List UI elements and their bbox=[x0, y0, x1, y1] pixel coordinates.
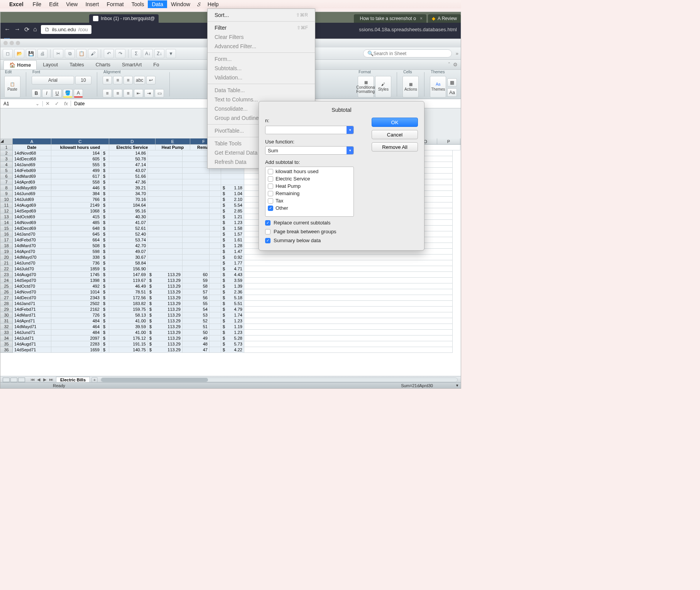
menu-file[interactable]: File bbox=[29, 0, 46, 8]
menu-item[interactable]: Advanced Filter... bbox=[208, 42, 315, 51]
ribbon-tab-charts[interactable]: Charts bbox=[90, 60, 116, 69]
function-select[interactable]: Sum▾ bbox=[265, 146, 354, 155]
col-header[interactable]: D bbox=[109, 138, 156, 144]
col-header[interactable]: E bbox=[156, 138, 190, 144]
wrap-text-icon[interactable]: ↩ bbox=[146, 76, 156, 84]
format-painter-icon[interactable]: 🖌 bbox=[88, 49, 98, 58]
menu-item[interactable]: Filter⇧⌘F bbox=[208, 23, 315, 32]
indent-dec-icon[interactable]: ⇤ bbox=[134, 89, 143, 98]
align-top-icon[interactable]: ≡ bbox=[103, 76, 112, 84]
option-checkbox[interactable]: Page break between groups bbox=[265, 229, 361, 234]
menu-item[interactable]: Subtotals... bbox=[208, 64, 315, 73]
open-icon[interactable]: 📂 bbox=[14, 49, 24, 58]
align-left-icon[interactable]: ≡ bbox=[103, 89, 112, 98]
menu-format[interactable]: Format bbox=[103, 0, 127, 8]
paste-icon[interactable]: 📋 bbox=[76, 49, 86, 58]
menu-item[interactable]: Validation... bbox=[208, 73, 315, 82]
option-checkbox[interactable]: ✓Summary below data bbox=[265, 238, 361, 243]
checklist-item[interactable]: Heat Pump bbox=[266, 182, 353, 190]
menu-item[interactable]: Clear Filters bbox=[208, 32, 315, 42]
checklist-item[interactable]: Remaining bbox=[266, 190, 353, 197]
font-color-button[interactable]: A bbox=[74, 89, 83, 98]
gear-icon[interactable]: ⚙ bbox=[453, 62, 458, 67]
underline-button[interactable]: U bbox=[52, 89, 62, 98]
window-controls[interactable] bbox=[3, 40, 22, 46]
col-header[interactable]: A bbox=[13, 138, 51, 144]
bold-button[interactable]: B bbox=[32, 89, 41, 98]
font-size-select[interactable]: 10 bbox=[75, 76, 91, 84]
name-box[interactable]: A1⌄ bbox=[0, 101, 43, 106]
add-sheet-button[interactable]: + bbox=[91, 377, 98, 383]
first-sheet-icon[interactable]: ⏮ bbox=[30, 377, 35, 382]
next-sheet-icon[interactable]: ▶ bbox=[42, 377, 47, 382]
checklist-item[interactable]: Tax bbox=[266, 197, 353, 204]
browser-tab[interactable]: ◆A Review bbox=[428, 14, 461, 23]
autosum-icon[interactable]: Σ bbox=[131, 49, 141, 58]
theme-colors-icon[interactable]: ▦ bbox=[447, 78, 457, 87]
merge-icon[interactable]: ▭ bbox=[155, 89, 164, 98]
menu-item[interactable]: Form... bbox=[208, 54, 315, 64]
collapse-icon[interactable]: ˆ bbox=[448, 62, 450, 67]
actions-button[interactable]: ▦Actions bbox=[402, 76, 419, 98]
sort-desc-icon[interactable]: Z↓ bbox=[154, 49, 164, 58]
subtotal-checklist[interactable]: kilowatt hours usedElectric ServiceHeat … bbox=[265, 167, 354, 217]
pagebreak-view-icon[interactable] bbox=[18, 378, 25, 382]
sheet-tab[interactable]: Electric Bills bbox=[56, 377, 90, 383]
last-sheet-icon[interactable]: ⏭ bbox=[48, 377, 54, 382]
at-select[interactable]: ▾ bbox=[265, 126, 354, 134]
checklist-item[interactable]: Electric Service bbox=[266, 175, 353, 182]
search-input[interactable]: 🔍 bbox=[363, 49, 452, 57]
option-checkbox[interactable]: ✓Replace current subtotals bbox=[265, 220, 361, 226]
fill-color-button[interactable]: 🪣 bbox=[63, 89, 73, 98]
fx-icon[interactable]: fx bbox=[61, 101, 71, 106]
new-icon[interactable]: ◻ bbox=[3, 49, 13, 58]
horizontal-scrollbar[interactable] bbox=[101, 378, 458, 382]
align-center-icon[interactable]: ≡ bbox=[113, 89, 122, 98]
redo-icon[interactable]: ↷ bbox=[115, 49, 125, 58]
save-icon[interactable]: 💾 bbox=[26, 49, 36, 58]
menu-edit[interactable]: Edit bbox=[45, 0, 62, 8]
prev-sheet-icon[interactable]: ◀ bbox=[36, 377, 41, 382]
reload-icon[interactable]: ⟳ bbox=[24, 26, 29, 33]
menu-data[interactable]: Data bbox=[148, 0, 167, 8]
remove-all-button[interactable]: Remove All bbox=[372, 142, 418, 152]
menu-item[interactable]: Data Table... bbox=[208, 86, 315, 95]
enter-formula-icon[interactable]: ✓ bbox=[52, 101, 61, 106]
browser-tab[interactable]: How to take a screenshot o× bbox=[354, 14, 426, 23]
conditional-formatting-button[interactable]: ▦Conditional Formatting bbox=[358, 76, 374, 98]
close-icon[interactable]: × bbox=[420, 16, 423, 21]
select-all-corner[interactable]: ◢ bbox=[0, 138, 13, 144]
expand-icon[interactable]: » bbox=[456, 51, 458, 56]
menu-item[interactable]: Sort...⇧⌘R bbox=[208, 10, 315, 20]
menu-tools[interactable]: Tools bbox=[128, 0, 148, 8]
align-mid-icon[interactable]: ≡ bbox=[113, 76, 122, 84]
address-bar[interactable]: 🗋 ils.unc.edu/cou bbox=[41, 25, 92, 34]
font-select[interactable]: Arial bbox=[32, 76, 74, 84]
cancel-button[interactable]: Cancel bbox=[372, 130, 418, 139]
menu-window[interactable]: Window bbox=[167, 0, 194, 8]
filter-icon[interactable]: ▼ bbox=[166, 49, 176, 58]
italic-button[interactable]: I bbox=[42, 89, 51, 98]
cut-icon[interactable]: ✂ bbox=[53, 49, 63, 58]
undo-icon[interactable]: ↶ bbox=[104, 49, 114, 58]
col-header[interactable]: P bbox=[437, 138, 460, 144]
ribbon-tab-layout[interactable]: Layout bbox=[37, 60, 63, 69]
script-icon[interactable]: 𝓢 bbox=[197, 1, 201, 8]
orientation-button[interactable]: abc bbox=[134, 76, 145, 84]
indent-inc-icon[interactable]: ⇥ bbox=[144, 89, 154, 98]
styles-button[interactable]: 🖌Styles bbox=[375, 76, 391, 98]
menu-help[interactable]: Help bbox=[204, 0, 223, 8]
cancel-formula-icon[interactable]: ✕ bbox=[43, 101, 52, 106]
checklist-item[interactable]: kilowatt hours used bbox=[266, 168, 353, 175]
normal-view-icon[interactable] bbox=[3, 378, 10, 382]
dropdown-icon[interactable]: ▾ bbox=[456, 383, 458, 388]
checklist-item[interactable]: ✓Other bbox=[266, 204, 353, 212]
col-header[interactable]: C bbox=[51, 138, 109, 144]
ok-button[interactable]: OK bbox=[372, 118, 418, 127]
align-right-icon[interactable]: ≡ bbox=[123, 89, 133, 98]
ribbon-tab-home[interactable]: 🏠Home bbox=[3, 60, 37, 69]
sort-asc-icon[interactable]: A↓ bbox=[143, 49, 153, 58]
align-bot-icon[interactable]: ≡ bbox=[123, 76, 133, 84]
print-icon[interactable]: 🖨 bbox=[37, 49, 47, 58]
ribbon-tab-tables[interactable]: Tables bbox=[64, 60, 90, 69]
